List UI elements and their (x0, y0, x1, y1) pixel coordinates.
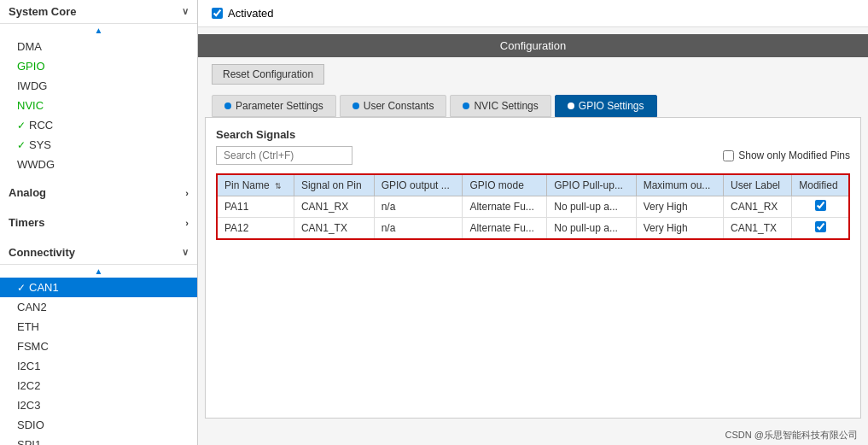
cell-max-output: Very High (636, 218, 723, 240)
activated-checkbox[interactable] (212, 8, 223, 19)
config-header: Configuration (198, 34, 868, 57)
sidebar-item-label: GPIO (17, 60, 45, 73)
cell-pin-name: PA11 (217, 196, 294, 218)
tab-parameter[interactable]: Parameter Settings (212, 95, 336, 117)
sidebar-item-label: I2C2 (17, 379, 40, 392)
col-signal[interactable]: Signal on Pin (294, 174, 374, 196)
sidebar-item-label: IWDG (17, 79, 47, 92)
sidebar-item-label: CAN1 (29, 281, 59, 294)
sidebar-connectivity-header[interactable]: Connectivity ∨ (0, 241, 197, 265)
sidebar-item-rcc[interactable]: ✓ RCC (0, 115, 197, 135)
sidebar-item-sys[interactable]: ✓ SYS (0, 135, 197, 155)
tab-dot (352, 102, 359, 109)
tab-nvic[interactable]: NVIC Settings (450, 95, 551, 117)
modified-checkbox[interactable] (815, 200, 826, 211)
sidebar-systemcore-label: System Core (9, 5, 76, 18)
modified-checkbox[interactable] (815, 221, 826, 232)
activated-bar: Activated (198, 0, 868, 27)
show-modified-label: Show only Modified Pins (738, 149, 850, 161)
cell-gpio-pullup: No pull-up a... (547, 196, 636, 218)
col-user-label[interactable]: User Label (724, 174, 792, 196)
col-modified[interactable]: Modified (792, 174, 849, 196)
show-modified-checkbox[interactable] (723, 150, 734, 161)
table-header-row: Pin Name ⇅ Signal on Pin GPIO output ...… (217, 174, 849, 196)
sidebar: System Core ∨ ▲ DMA GPIO IWDG NVIC ✓ RCC… (0, 0, 198, 445)
tab-parameter-label: Parameter Settings (236, 100, 323, 112)
sidebar-item-label: WWDG (17, 158, 55, 171)
sidebar-item-label: CAN2 (17, 301, 47, 313)
chevron-down-icon: ∨ (182, 6, 189, 17)
col-gpio-pullup[interactable]: GPIO Pull-up... (547, 174, 636, 196)
sidebar-item-label: FSMC (17, 340, 49, 353)
sidebar-item-spi1[interactable]: SPI1 (0, 435, 197, 445)
cell-modified (792, 218, 849, 240)
sidebar-systemcore-header[interactable]: System Core ∨ (0, 0, 197, 24)
tab-user[interactable]: User Constants (340, 95, 447, 117)
tab-dot (568, 102, 574, 109)
sidebar-item-i2c3[interactable]: I2C3 (0, 395, 197, 415)
table-row[interactable]: PA12 CAN1_TX n/a Alternate Fu... No pull… (217, 218, 849, 240)
sidebar-item-label: SDIO (17, 419, 44, 431)
cell-user-label: CAN1_TX (724, 218, 792, 240)
reset-config-button[interactable]: Reset Configuration (212, 64, 324, 85)
sidebar-item-fsmc[interactable]: FSMC (0, 337, 197, 356)
sidebar-item-label: SYS (29, 138, 51, 151)
tab-nvic-label: NVIC Settings (474, 100, 538, 112)
main-content: Activated Configuration Reset Configurat… (198, 0, 868, 445)
col-gpio-output[interactable]: GPIO output ... (374, 174, 463, 196)
cell-signal: CAN1_TX (294, 218, 374, 240)
sidebar-item-label: I2C3 (17, 399, 40, 412)
sidebar-item-dma[interactable]: DMA (0, 37, 197, 56)
cell-gpio-mode: Alternate Fu... (463, 218, 547, 240)
check-icon: ✓ (17, 120, 26, 132)
scroll-up-btn[interactable]: ▲ (0, 24, 197, 37)
sidebar-item-sdio[interactable]: SDIO (0, 415, 197, 435)
tab-gpio[interactable]: GPIO Settings (555, 95, 657, 117)
chevron-right-icon: › (185, 218, 189, 228)
scroll-up-btn-2[interactable]: ▲ (0, 265, 197, 278)
sidebar-analog-label: Analog (9, 186, 46, 199)
activated-label: Activated (228, 7, 273, 20)
sidebar-item-wwdg[interactable]: WWDG (0, 155, 197, 174)
cell-user-label: CAN1_RX (724, 196, 792, 218)
sidebar-analog-header[interactable]: Analog › (0, 181, 197, 204)
sidebar-item-iwdg[interactable]: IWDG (0, 76, 197, 96)
cell-gpio-pullup: No pull-up a... (547, 218, 636, 240)
search-row: Show only Modified Pins (216, 146, 850, 165)
chevron-right-icon: › (185, 188, 189, 198)
search-input[interactable] (216, 146, 352, 165)
cell-max-output: Very High (636, 196, 723, 218)
sidebar-item-label: NVIC (17, 99, 44, 112)
tab-user-label: User Constants (364, 100, 434, 112)
sidebar-item-i2c2[interactable]: I2C2 (0, 376, 197, 395)
col-gpio-mode[interactable]: GPIO mode (463, 174, 547, 196)
col-pin-name[interactable]: Pin Name ⇅ (217, 174, 294, 196)
tab-dot (224, 102, 231, 109)
sidebar-item-nvic[interactable]: NVIC (0, 96, 197, 115)
tabs-bar: Parameter Settings User Constants NVIC S… (198, 91, 868, 117)
cell-pin-name: PA12 (217, 218, 294, 240)
check-icon: ✓ (17, 139, 26, 151)
chevron-down-icon: ∨ (182, 247, 189, 258)
check-icon: ✓ (17, 282, 26, 294)
tab-dot (463, 102, 469, 109)
sidebar-timers-header[interactable]: Timers › (0, 211, 197, 234)
sidebar-item-gpio[interactable]: GPIO (0, 56, 197, 76)
sidebar-item-can2[interactable]: CAN2 (0, 297, 197, 317)
content-area: Search Signals Show only Modified Pins P… (205, 117, 861, 419)
tab-gpio-label: GPIO Settings (579, 100, 644, 112)
col-max-output[interactable]: Maximum ou... (636, 174, 723, 196)
sidebar-item-label: DMA (17, 40, 42, 53)
sidebar-timers-label: Timers (9, 216, 44, 229)
sidebar-item-can1[interactable]: ✓ CAN1 (0, 278, 197, 297)
sidebar-connectivity-label: Connectivity (9, 246, 75, 259)
watermark: CSDN @乐思智能科技有限公司 (198, 425, 868, 445)
sidebar-item-eth[interactable]: ETH (0, 317, 197, 337)
pins-table: Pin Name ⇅ Signal on Pin GPIO output ...… (216, 173, 850, 240)
cell-gpio-mode: Alternate Fu... (463, 196, 547, 218)
search-signals-label: Search Signals (216, 128, 850, 141)
sidebar-item-i2c1[interactable]: I2C1 (0, 356, 197, 376)
table-row[interactable]: PA11 CAN1_RX n/a Alternate Fu... No pull… (217, 196, 849, 218)
show-modified-row: Show only Modified Pins (723, 149, 850, 161)
cell-modified (792, 196, 849, 218)
